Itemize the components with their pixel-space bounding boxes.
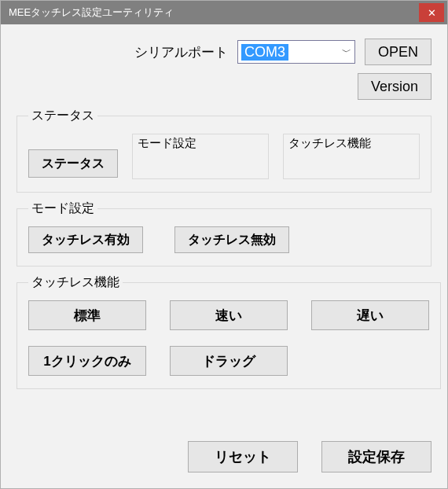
touchless-disable-button[interactable]: タッチレス無効 bbox=[174, 226, 289, 253]
serial-row: シリアルポート COM3 ﹀ OPEN bbox=[17, 39, 431, 65]
status-button[interactable]: ステータス bbox=[28, 149, 118, 178]
status-button-wrap: ステータス bbox=[28, 134, 118, 179]
func-group: タッチレス機能 標準 速い 遅い 1クリックのみ ドラッグ bbox=[17, 274, 441, 389]
status-func-box: タッチレス機能 bbox=[283, 134, 420, 179]
func-group-legend: タッチレス機能 bbox=[28, 274, 123, 291]
func-drag-button[interactable]: ドラッグ bbox=[170, 346, 288, 376]
bottom-row: リセット 設定保存 bbox=[17, 441, 431, 472]
close-button[interactable]: ✕ bbox=[419, 3, 444, 22]
mode-group: モード設定 タッチレス有効 タッチレス無効 bbox=[17, 200, 431, 267]
touchless-enable-button[interactable]: タッチレス有効 bbox=[28, 226, 143, 253]
open-button[interactable]: OPEN bbox=[365, 39, 431, 65]
version-row: Version bbox=[17, 73, 431, 100]
mode-group-legend: モード設定 bbox=[28, 200, 97, 217]
version-button[interactable]: Version bbox=[358, 73, 431, 100]
serial-port-label: シリアルポート bbox=[134, 43, 228, 61]
func-fast-button[interactable]: 速い bbox=[170, 300, 288, 330]
func-standard-button[interactable]: 標準 bbox=[28, 300, 146, 330]
titlebar: MEEタッチレス設定ユーティリティ ✕ bbox=[1, 1, 447, 24]
status-func-box-label: タッチレス機能 bbox=[284, 134, 419, 153]
func-oneclick-button[interactable]: 1クリックのみ bbox=[28, 346, 146, 376]
close-icon: ✕ bbox=[428, 7, 436, 19]
window-title: MEEタッチレス設定ユーティリティ bbox=[9, 6, 174, 20]
status-mode-box: モード設定 bbox=[132, 134, 269, 179]
client-area: シリアルポート COM3 ﹀ OPEN Version ステータス ステータス … bbox=[1, 24, 447, 488]
func-slow-button[interactable]: 遅い bbox=[311, 300, 429, 330]
chevron-down-icon: ﹀ bbox=[337, 46, 351, 59]
status-group-legend: ステータス bbox=[28, 108, 97, 124]
app-window: MEEタッチレス設定ユーティリティ ✕ シリアルポート COM3 ﹀ OPEN … bbox=[0, 0, 448, 489]
status-group: ステータス ステータス モード設定 タッチレス機能 bbox=[17, 108, 431, 193]
status-mode-box-label: モード設定 bbox=[133, 134, 268, 153]
reset-button[interactable]: リセット bbox=[188, 441, 298, 472]
serial-port-combo[interactable]: COM3 ﹀ bbox=[237, 40, 355, 64]
serial-port-value: COM3 bbox=[241, 44, 288, 61]
save-settings-button[interactable]: 設定保存 bbox=[321, 441, 431, 472]
